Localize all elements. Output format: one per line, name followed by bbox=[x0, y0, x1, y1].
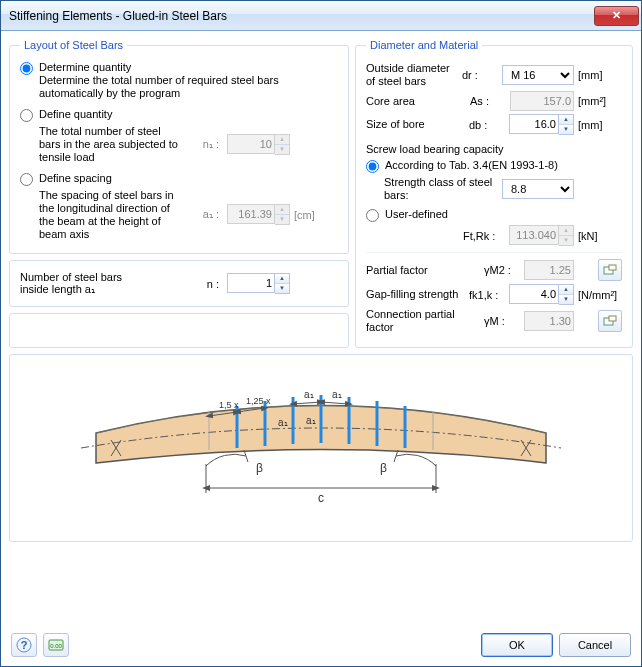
content-area: Layout of Steel Bars Determine quantity … bbox=[1, 31, 641, 624]
radio-cap-user[interactable] bbox=[366, 209, 379, 222]
cancel-button[interactable]: Cancel bbox=[559, 633, 631, 657]
n-spinner[interactable]: ▲▼ bbox=[275, 273, 290, 294]
partial-sym: γM2 : bbox=[484, 264, 520, 276]
a1-spinner: ▲▼ bbox=[275, 204, 290, 225]
svg-text:a₁: a₁ bbox=[332, 389, 342, 400]
gap-unit: [N/mm²] bbox=[578, 289, 622, 301]
material-legend: Diameter and Material bbox=[366, 39, 482, 51]
opt2-title: Define quantity bbox=[39, 108, 338, 120]
bore-label: Size of bore bbox=[366, 118, 465, 131]
help-icon: ? bbox=[16, 637, 32, 653]
cap-opt1-label: According to Tab. 3.4(EN 1993-1-8) bbox=[385, 159, 622, 171]
ftrk-sym: Ft,Rk : bbox=[463, 230, 505, 242]
area-unit: [mm²] bbox=[578, 95, 622, 107]
gap-input[interactable] bbox=[509, 284, 559, 304]
ftrk-input bbox=[509, 225, 559, 245]
gap-spinner[interactable]: ▲▼ bbox=[559, 284, 574, 305]
svg-rect-3 bbox=[609, 316, 616, 321]
strength-class-select[interactable]: 8.8 bbox=[502, 179, 574, 199]
svg-text:β: β bbox=[380, 461, 387, 475]
opt2-desc: The total number of steel bars in the ar… bbox=[39, 125, 185, 164]
units-button[interactable]: 0.00 bbox=[43, 633, 69, 657]
gap-sym: fk1,k : bbox=[469, 289, 505, 301]
edit-icon bbox=[603, 315, 617, 327]
radio-determine-quantity[interactable] bbox=[20, 62, 33, 75]
svg-text:1,5 x: 1,5 x bbox=[219, 400, 239, 410]
n1-spinner: ▲▼ bbox=[275, 134, 290, 155]
n-input[interactable] bbox=[227, 273, 275, 293]
ftrk-unit: [kN] bbox=[578, 230, 622, 242]
svg-text:β: β bbox=[256, 461, 263, 475]
title-bar: Stiffening Elements - Glued-in Steel Bar… bbox=[1, 1, 641, 31]
svg-text:a₁: a₁ bbox=[278, 417, 288, 428]
strength-class-label: Strength class of steel bars: bbox=[384, 176, 498, 202]
bore-sym: db : bbox=[469, 119, 505, 131]
area-sym: As : bbox=[470, 95, 506, 107]
diam-label: Outside diameter of steel bars bbox=[366, 62, 458, 88]
opt3-desc: The spacing of steel bars in the longitu… bbox=[39, 189, 185, 241]
area-label: Core area bbox=[366, 95, 466, 108]
bore-spinner[interactable]: ▲▼ bbox=[559, 114, 574, 135]
number-steel-bars-group: Number of steel bars inside length a₁ n … bbox=[9, 260, 349, 307]
diam-select[interactable]: M 16 bbox=[502, 65, 574, 85]
layout-legend: Layout of Steel Bars bbox=[20, 39, 127, 51]
svg-line-19 bbox=[293, 402, 321, 404]
svg-text:a₁: a₁ bbox=[304, 389, 314, 400]
ftrk-spinner: ▲▼ bbox=[559, 225, 574, 246]
partial-edit-button[interactable] bbox=[598, 259, 622, 281]
svg-text:?: ? bbox=[21, 639, 28, 651]
n-unit bbox=[294, 278, 338, 290]
cap-opt-user[interactable]: User-defined bbox=[366, 208, 622, 222]
num-bars-label2: inside length a₁ bbox=[20, 283, 185, 296]
opt-determine-quantity[interactable]: Determine quantity Determine the total n… bbox=[20, 61, 338, 100]
n1-unit bbox=[294, 138, 338, 150]
bore-input[interactable] bbox=[509, 114, 559, 134]
svg-line-20 bbox=[321, 402, 349, 404]
cap-label: Screw load bearing capacity bbox=[366, 143, 622, 155]
cap-opt2-label: User-defined bbox=[385, 208, 622, 220]
opt1-title: Determine quantity bbox=[39, 61, 338, 73]
bore-unit: [mm] bbox=[578, 119, 622, 131]
conn-label: Connection partial factor bbox=[366, 308, 480, 334]
gap-label: Gap-filling strength bbox=[366, 288, 465, 301]
radio-define-quantity[interactable] bbox=[20, 109, 33, 122]
svg-text:0.00: 0.00 bbox=[50, 643, 62, 649]
conn-value bbox=[524, 311, 574, 331]
n1-input bbox=[227, 134, 275, 154]
empty-group bbox=[9, 313, 349, 348]
help-button[interactable]: ? bbox=[11, 633, 37, 657]
layout-steel-bars-group: Layout of Steel Bars Determine quantity … bbox=[9, 39, 349, 254]
close-button[interactable]: ✕ bbox=[594, 6, 639, 26]
a1-symbol: a₁ : bbox=[189, 208, 223, 221]
diam-sym: dr : bbox=[462, 69, 498, 81]
svg-text:c: c bbox=[318, 491, 324, 505]
a1-input bbox=[227, 204, 275, 224]
a1-unit: [cm] bbox=[294, 209, 338, 221]
partial-label: Partial factor bbox=[366, 264, 480, 277]
edit-icon bbox=[603, 264, 617, 276]
radio-define-spacing[interactable] bbox=[20, 173, 33, 186]
conn-edit-button[interactable] bbox=[598, 310, 622, 332]
ok-button[interactable]: OK bbox=[481, 633, 553, 657]
num-bars-label1: Number of steel bars bbox=[20, 271, 185, 283]
conn-sym: γM : bbox=[484, 315, 520, 327]
area-value bbox=[510, 91, 574, 111]
opt1-desc: Determine the total number of required s… bbox=[39, 74, 338, 100]
n1-symbol: n₁ : bbox=[189, 138, 223, 151]
diameter-material-group: Diameter and Material Outside diameter o… bbox=[355, 39, 633, 348]
svg-rect-1 bbox=[609, 265, 616, 270]
title-text: Stiffening Elements - Glued-in Steel Bar… bbox=[9, 9, 594, 23]
svg-text:a₁: a₁ bbox=[306, 415, 316, 426]
opt-define-spacing[interactable]: Define spacing The spacing of steel bars… bbox=[20, 172, 338, 241]
partial-value bbox=[524, 260, 574, 280]
units-icon: 0.00 bbox=[48, 637, 64, 653]
opt3-title: Define spacing bbox=[39, 172, 338, 184]
beam-diagram: 1,5 x 1,25 x a₁ a₁ a₁ a₁ β β c bbox=[9, 354, 633, 542]
radio-cap-tab34[interactable] bbox=[366, 160, 379, 173]
beam-svg: 1,5 x 1,25 x a₁ a₁ a₁ a₁ β β c bbox=[56, 368, 586, 528]
svg-text:1,25 x: 1,25 x bbox=[246, 396, 271, 406]
diam-unit: [mm] bbox=[578, 69, 622, 81]
opt-define-quantity[interactable]: Define quantity The total number of stee… bbox=[20, 108, 338, 164]
cap-opt-tab34[interactable]: According to Tab. 3.4(EN 1993-1-8) bbox=[366, 159, 622, 173]
n-symbol: n : bbox=[189, 278, 223, 290]
